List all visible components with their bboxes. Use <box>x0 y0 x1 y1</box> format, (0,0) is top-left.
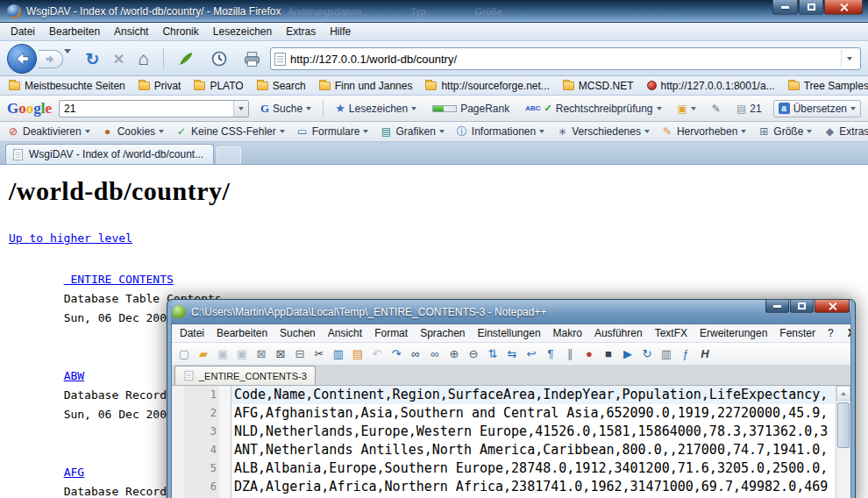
menu-item[interactable]: Ansicht <box>107 24 155 39</box>
zoom-in-icon[interactable]: ⊕ <box>445 345 463 363</box>
html-preview-icon[interactable]: H <box>696 345 714 363</box>
macro-run-multiple-icon[interactable]: ↻ <box>638 345 656 363</box>
editor-line[interactable]: ALB,Albania,Europe,Southern Europe,28748… <box>231 459 836 478</box>
devbar-menu-button[interactable]: ▭ Formulare <box>296 125 369 138</box>
editor-line[interactable]: Code,Name,Continent,Region,SurfaceArea,I… <box>231 386 836 404</box>
stop-button[interactable]: ✕ <box>107 47 131 70</box>
menu-item[interactable]: Erweiterungen <box>694 325 773 341</box>
devbar-menu-button[interactable]: ✎ Hervorheben <box>661 125 746 138</box>
bookmark-item[interactable]: http://sourceforge.net... <box>425 80 549 92</box>
back-button[interactable] <box>7 44 37 74</box>
menu-item[interactable]: Bearbeiten <box>42 24 107 39</box>
menu-item[interactable]: Bearbeiten <box>210 325 274 341</box>
menu-item[interactable]: Format <box>368 325 414 341</box>
menu-item[interactable]: Datei <box>174 325 210 341</box>
sync-horizontal-icon[interactable]: ⇆ <box>503 345 521 363</box>
google-search-button[interactable]: G Suche <box>256 100 316 117</box>
zoom-out-icon[interactable]: ⊖ <box>465 345 482 363</box>
new-file-icon[interactable]: ▢ <box>175 345 193 363</box>
new-tab-button[interactable] <box>217 146 241 164</box>
editor-line[interactable]: ANT,Netherlands Antilles,North America,C… <box>231 441 836 459</box>
bookmark-item[interactable]: PLATO <box>194 80 243 92</box>
document-tab[interactable]: _ENTIRE_CONTENTS-3 <box>174 366 316 385</box>
bookmark-item[interactable]: Meistbesuchte Seiten <box>9 80 125 92</box>
close-all-icon[interactable]: ⊠ <box>272 345 289 363</box>
paste-icon[interactable]: ▤ <box>349 345 366 363</box>
sync-vertical-icon[interactable]: ⇅ <box>484 345 502 363</box>
close-file-icon[interactable]: ⊠ <box>253 345 270 363</box>
cut-icon[interactable]: ✂ <box>310 345 328 363</box>
close-button[interactable] <box>824 0 863 15</box>
scroll-up-button[interactable] <box>836 386 850 401</box>
replace-icon[interactable]: ∞ <box>426 345 444 363</box>
menu-item[interactable]: Sprachen <box>414 325 471 341</box>
reload-button[interactable]: ↻ <box>81 47 104 70</box>
close-button[interactable] <box>815 300 850 313</box>
editor-line[interactable]: AFG,Afghanistan,Asia,Southern and Centra… <box>231 404 836 423</box>
open-file-icon[interactable]: ▰ <box>195 345 212 363</box>
home-button[interactable]: ⌂ <box>132 47 155 70</box>
redo-icon[interactable]: ↷ <box>388 345 405 363</box>
history-clock-button[interactable] <box>207 47 231 70</box>
document-close-button[interactable]: X <box>840 325 851 341</box>
bookmark-item[interactable]: Search <box>257 80 306 92</box>
print-icon[interactable]: ⊟ <box>291 345 309 363</box>
menu-item[interactable]: Datei <box>4 24 42 39</box>
up-to-higher-level-link[interactable]: Up to higher level <box>9 231 132 245</box>
devbar-menu-button[interactable]: ✓ Keine CSS-Fehler <box>175 125 285 138</box>
menu-item[interactable]: Fenster <box>773 325 822 341</box>
pagerank-indicator[interactable]: PageRank <box>428 101 514 117</box>
forward-button[interactable] <box>39 50 63 68</box>
macro-record-icon[interactable]: ● <box>580 345 598 363</box>
editor-line[interactable]: NLD,Netherlands,Europe,Western Europe,41… <box>231 423 836 441</box>
bookmark-item[interactable]: Tree Samples <box>788 80 868 92</box>
url-input[interactable] <box>290 53 836 66</box>
devbar-menu-button[interactable]: ▤ Grafiken <box>380 125 444 138</box>
minimize-button[interactable] <box>772 0 798 15</box>
maximize-button[interactable] <box>790 300 814 313</box>
menu-item[interactable]: Einstellungen <box>472 325 547 341</box>
devbar-menu-button[interactable]: ◆ Extras <box>823 125 868 138</box>
show-all-chars-icon[interactable]: ¶ <box>542 345 559 363</box>
directory-entry-link[interactable]: ENTIRE CONTENTS <box>64 270 189 289</box>
function-list-icon[interactable]: ƒ <box>677 345 694 363</box>
editor-line[interactable]: DZA,Algeria,Africa,Northern Africa,23817… <box>231 478 836 496</box>
menu-item[interactable]: TextFX <box>649 325 694 341</box>
edit-button[interactable]: ✎ <box>708 101 725 117</box>
spellcheck-button[interactable]: ABC ✓ Rechtschreibprüfung <box>521 101 665 117</box>
url-history-dropdown[interactable] <box>841 50 857 68</box>
editor-area[interactable]: 123456 Code,Name,Continent,Region,Surfac… <box>172 386 850 498</box>
devbar-menu-button[interactable]: ⊞ Größe <box>758 125 812 138</box>
menu-item[interactable]: ? <box>822 325 840 341</box>
google-search-input[interactable] <box>60 103 233 115</box>
search-history-dropdown[interactable] <box>233 101 248 117</box>
back-history-dropdown[interactable] <box>64 53 71 66</box>
find-icon[interactable]: ∞ <box>407 345 424 363</box>
maximize-button[interactable] <box>799 0 823 15</box>
print-button[interactable] <box>240 47 264 70</box>
notepadpp-titlebar[interactable]: C:\Users\Martin\AppData\Local\Temp\_ENTI… <box>171 300 851 324</box>
menu-item[interactable]: Hilfe <box>323 24 358 39</box>
scrollbar-thumb[interactable] <box>837 402 850 448</box>
devbar-menu-button[interactable]: ⓘ Informationen <box>456 125 544 139</box>
devbar-menu-button[interactable]: ∗ Verschiedenes <box>556 125 650 138</box>
copy-icon[interactable]: ▥ <box>330 345 347 363</box>
vertical-scrollbar[interactable] <box>836 386 850 498</box>
bookmark-item[interactable]: MCSD.NET <box>563 80 634 92</box>
autofill-button[interactable]: ▣ <box>673 101 701 117</box>
bookmark-item[interactable]: Finn und Jannes <box>319 80 413 92</box>
feather-addon-button[interactable] <box>174 47 197 70</box>
macro-play-icon[interactable]: ▶ <box>619 345 637 363</box>
word-wrap-icon[interactable]: ↩ <box>523 345 540 363</box>
indent-guide-icon[interactable]: ∥ <box>561 345 579 363</box>
menu-item[interactable]: Ausführen <box>588 325 649 341</box>
doc-map-icon[interactable]: ▥ <box>658 345 675 363</box>
minimize-button[interactable] <box>765 300 789 313</box>
macro-stop-icon[interactable]: ■ <box>600 345 617 363</box>
bookmark-item[interactable]: Privat <box>139 80 181 92</box>
menu-item[interactable]: Suchen <box>274 325 322 341</box>
active-tab[interactable]: WsgiDAV - Index of /world-db/count... <box>5 144 214 164</box>
save-icon[interactable]: ▣ <box>214 345 231 363</box>
google-logo[interactable]: Google <box>7 100 52 117</box>
menu-item[interactable]: Lesezeichen <box>206 24 279 39</box>
